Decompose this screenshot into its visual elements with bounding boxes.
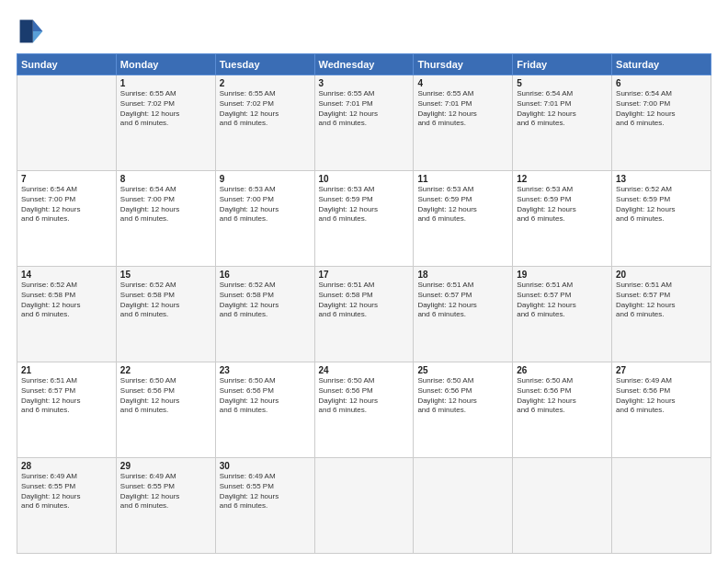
day-cell xyxy=(513,458,612,554)
day-number: 13 xyxy=(616,174,707,184)
day-info: Sunrise: 6:53 AMSunset: 6:59 PMDaylight:… xyxy=(417,185,508,224)
day-info: Sunrise: 6:55 AMSunset: 7:02 PMDaylight:… xyxy=(120,89,211,129)
day-number: 2 xyxy=(220,78,311,88)
day-cell: 1Sunrise: 6:55 AMSunset: 7:02 PMDaylight… xyxy=(116,75,215,171)
day-number: 30 xyxy=(220,461,311,471)
day-number: 18 xyxy=(417,270,508,280)
day-cell: 15Sunrise: 6:52 AMSunset: 6:58 PMDayligh… xyxy=(116,267,215,362)
day-cell: 28Sunrise: 6:49 AMSunset: 6:55 PMDayligh… xyxy=(17,458,117,554)
logo xyxy=(17,17,50,46)
col-header-friday: Friday xyxy=(513,54,612,75)
day-number: 4 xyxy=(417,78,508,88)
logo-icon xyxy=(17,17,46,46)
day-cell: 21Sunrise: 6:51 AMSunset: 6:57 PMDayligh… xyxy=(17,362,117,458)
day-cell: 6Sunrise: 6:54 AMSunset: 7:00 PMDaylight… xyxy=(612,75,711,171)
col-header-thursday: Thursday xyxy=(414,54,513,75)
day-info: Sunrise: 6:49 AMSunset: 6:55 PMDaylight:… xyxy=(120,472,211,511)
day-info: Sunrise: 6:52 AMSunset: 6:58 PMDaylight:… xyxy=(21,281,112,320)
day-cell: 7Sunrise: 6:54 AMSunset: 7:00 PMDaylight… xyxy=(17,171,117,267)
day-cell: 10Sunrise: 6:53 AMSunset: 6:59 PMDayligh… xyxy=(314,171,414,267)
day-number: 14 xyxy=(21,270,112,280)
day-number: 12 xyxy=(517,174,608,184)
day-cell: 19Sunrise: 6:51 AMSunset: 6:57 PMDayligh… xyxy=(513,267,612,362)
day-number: 21 xyxy=(21,365,112,375)
svg-rect-2 xyxy=(20,20,33,43)
calendar-table: SundayMondayTuesdayWednesdayThursdayFrid… xyxy=(17,53,711,554)
day-info: Sunrise: 6:52 AMSunset: 6:58 PMDaylight:… xyxy=(220,281,311,320)
day-number: 10 xyxy=(319,174,410,184)
day-cell: 30Sunrise: 6:49 AMSunset: 6:55 PMDayligh… xyxy=(215,458,314,554)
day-number: 25 xyxy=(417,365,508,375)
day-number: 8 xyxy=(120,174,211,184)
day-cell: 20Sunrise: 6:51 AMSunset: 6:57 PMDayligh… xyxy=(612,267,711,362)
day-cell: 12Sunrise: 6:53 AMSunset: 6:59 PMDayligh… xyxy=(513,171,612,267)
week-row-4: 21Sunrise: 6:51 AMSunset: 6:57 PMDayligh… xyxy=(17,362,711,458)
day-number: 11 xyxy=(417,174,508,184)
header xyxy=(17,17,711,46)
day-cell: 5Sunrise: 6:54 AMSunset: 7:01 PMDaylight… xyxy=(513,75,612,171)
day-info: Sunrise: 6:55 AMSunset: 7:01 PMDaylight:… xyxy=(319,89,410,129)
day-number: 3 xyxy=(319,78,410,88)
day-info: Sunrise: 6:52 AMSunset: 6:59 PMDaylight:… xyxy=(616,185,707,224)
day-number: 6 xyxy=(616,78,707,88)
col-header-wednesday: Wednesday xyxy=(314,54,414,75)
day-number: 16 xyxy=(220,270,311,280)
week-row-5: 28Sunrise: 6:49 AMSunset: 6:55 PMDayligh… xyxy=(17,458,711,554)
day-cell: 3Sunrise: 6:55 AMSunset: 7:01 PMDaylight… xyxy=(314,75,414,171)
day-info: Sunrise: 6:53 AMSunset: 6:59 PMDaylight:… xyxy=(517,185,608,224)
day-info: Sunrise: 6:55 AMSunset: 7:01 PMDaylight:… xyxy=(417,89,508,129)
calendar-header: SundayMondayTuesdayWednesdayThursdayFrid… xyxy=(17,54,711,75)
col-header-monday: Monday xyxy=(116,54,215,75)
day-cell: 14Sunrise: 6:52 AMSunset: 6:58 PMDayligh… xyxy=(17,267,117,362)
day-number: 24 xyxy=(319,365,410,375)
day-info: Sunrise: 6:53 AMSunset: 7:00 PMDaylight:… xyxy=(220,185,311,224)
day-info: Sunrise: 6:51 AMSunset: 6:58 PMDaylight:… xyxy=(319,281,410,320)
calendar-body: 1Sunrise: 6:55 AMSunset: 7:02 PMDaylight… xyxy=(17,75,711,554)
day-info: Sunrise: 6:49 AMSunset: 6:56 PMDaylight:… xyxy=(616,376,707,416)
day-cell: 18Sunrise: 6:51 AMSunset: 6:57 PMDayligh… xyxy=(414,267,513,362)
day-info: Sunrise: 6:50 AMSunset: 6:56 PMDaylight:… xyxy=(319,376,410,416)
day-number: 26 xyxy=(517,365,608,375)
day-info: Sunrise: 6:49 AMSunset: 6:55 PMDaylight:… xyxy=(220,472,311,511)
svg-marker-0 xyxy=(33,20,43,31)
day-number: 28 xyxy=(21,461,112,471)
day-cell: 22Sunrise: 6:50 AMSunset: 6:56 PMDayligh… xyxy=(116,362,215,458)
day-cell: 17Sunrise: 6:51 AMSunset: 6:58 PMDayligh… xyxy=(314,267,414,362)
day-info: Sunrise: 6:51 AMSunset: 6:57 PMDaylight:… xyxy=(21,376,112,416)
day-number: 22 xyxy=(120,365,211,375)
day-number: 1 xyxy=(120,78,211,88)
day-info: Sunrise: 6:55 AMSunset: 7:02 PMDaylight:… xyxy=(220,89,311,129)
header-row: SundayMondayTuesdayWednesdayThursdayFrid… xyxy=(17,54,711,75)
day-cell xyxy=(612,458,711,554)
day-info: Sunrise: 6:50 AMSunset: 6:56 PMDaylight:… xyxy=(120,376,211,416)
page: SundayMondayTuesdayWednesdayThursdayFrid… xyxy=(0,0,728,563)
day-info: Sunrise: 6:54 AMSunset: 7:00 PMDaylight:… xyxy=(21,185,112,224)
day-number: 15 xyxy=(120,270,211,280)
day-number: 17 xyxy=(319,270,410,280)
svg-marker-1 xyxy=(33,31,43,42)
day-info: Sunrise: 6:50 AMSunset: 6:56 PMDaylight:… xyxy=(517,376,608,416)
day-info: Sunrise: 6:51 AMSunset: 6:57 PMDaylight:… xyxy=(417,281,508,320)
week-row-3: 14Sunrise: 6:52 AMSunset: 6:58 PMDayligh… xyxy=(17,267,711,362)
day-cell: 8Sunrise: 6:54 AMSunset: 7:00 PMDaylight… xyxy=(116,171,215,267)
day-cell xyxy=(17,75,117,171)
day-number: 19 xyxy=(517,270,608,280)
day-info: Sunrise: 6:53 AMSunset: 6:59 PMDaylight:… xyxy=(319,185,410,224)
week-row-2: 7Sunrise: 6:54 AMSunset: 7:00 PMDaylight… xyxy=(17,171,711,267)
day-info: Sunrise: 6:50 AMSunset: 6:56 PMDaylight:… xyxy=(417,376,508,416)
day-cell: 29Sunrise: 6:49 AMSunset: 6:55 PMDayligh… xyxy=(116,458,215,554)
col-header-tuesday: Tuesday xyxy=(215,54,314,75)
col-header-saturday: Saturday xyxy=(612,54,711,75)
day-cell: 9Sunrise: 6:53 AMSunset: 7:00 PMDaylight… xyxy=(215,171,314,267)
day-info: Sunrise: 6:50 AMSunset: 6:56 PMDaylight:… xyxy=(220,376,311,416)
day-cell: 26Sunrise: 6:50 AMSunset: 6:56 PMDayligh… xyxy=(513,362,612,458)
day-number: 29 xyxy=(120,461,211,471)
day-cell xyxy=(414,458,513,554)
day-info: Sunrise: 6:54 AMSunset: 7:00 PMDaylight:… xyxy=(120,185,211,224)
day-cell: 11Sunrise: 6:53 AMSunset: 6:59 PMDayligh… xyxy=(414,171,513,267)
day-cell: 16Sunrise: 6:52 AMSunset: 6:58 PMDayligh… xyxy=(215,267,314,362)
day-info: Sunrise: 6:52 AMSunset: 6:58 PMDaylight:… xyxy=(120,281,211,320)
day-number: 23 xyxy=(220,365,311,375)
day-cell: 24Sunrise: 6:50 AMSunset: 6:56 PMDayligh… xyxy=(314,362,414,458)
day-number: 20 xyxy=(616,270,707,280)
